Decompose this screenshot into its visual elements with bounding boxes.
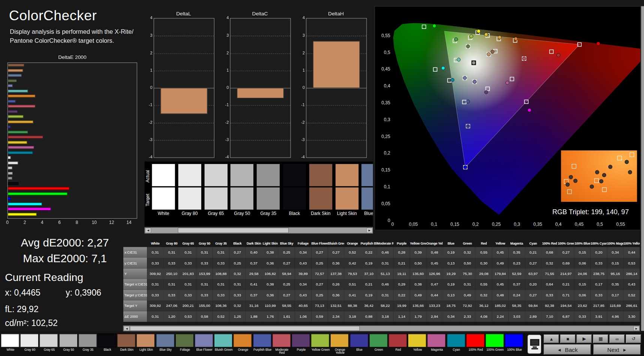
deltae-x-tick: 2 <box>24 220 26 225</box>
scroll-right-arrow[interactable]: ► <box>366 228 372 233</box>
patch-gray-35[interactable]: Gray 35 <box>257 164 280 216</box>
cie-measured-marker <box>487 53 490 56</box>
play-icon: ▶ <box>583 336 586 341</box>
display-pattern-button[interactable] <box>527 335 541 354</box>
cie-measured-marker <box>464 165 467 169</box>
table-cell: 0,49 <box>410 290 426 300</box>
target-swatch <box>231 188 253 210</box>
patch-dark-skin[interactable]: Dark Skin <box>309 164 332 216</box>
table-cell: 0,33 <box>213 258 229 268</box>
table-column-header: 100% Yellow <box>623 240 640 247</box>
deltae-bar-purplish-blue <box>8 100 15 103</box>
swatch-label: White <box>1 348 20 351</box>
table-cell: 0,32 <box>459 247 476 257</box>
table-cell: 0,48 <box>492 290 509 300</box>
table-cell: 137,38 <box>328 268 344 279</box>
table-cell: 0,33 <box>541 290 558 300</box>
actual-swatch <box>283 164 306 186</box>
table-cell: 72,92 <box>459 300 476 311</box>
table-cell: 126,96 <box>426 268 443 279</box>
vertical-scrollbar[interactable] <box>641 6 644 331</box>
swatch-color <box>253 334 271 347</box>
patch-gray-80[interactable]: Gray 80 <box>178 164 201 216</box>
table-cell: 75,30 <box>459 268 476 279</box>
table-row-label: Target y:CIE31 <box>123 290 147 300</box>
patch-blue-sky[interactable]: Blue Sky <box>362 164 373 216</box>
table-cell: 92,38 <box>541 300 558 311</box>
cie-measured-marker <box>466 100 470 103</box>
swatch-strip-scrollbar[interactable]: ◄► <box>145 227 373 233</box>
play-button[interactable]: ▶ <box>577 335 592 343</box>
scroll-up-button[interactable]: ▲ <box>544 335 559 343</box>
table-column-header: Gray 65 <box>180 240 196 247</box>
table-row-label: Target Y <box>123 300 147 311</box>
y-axis-tick-label: -2 <box>297 120 305 124</box>
stop-button[interactable]: ■ <box>560 335 575 343</box>
table-scrollbar[interactable]: ◄► <box>123 326 640 331</box>
scroll-left-arrow[interactable]: ◄ <box>124 326 130 331</box>
swatch-color <box>350 334 368 347</box>
table-cell: 0,47 <box>426 279 443 290</box>
swatch-label: Blue Flower <box>195 348 214 351</box>
scroll-thumb[interactable] <box>178 228 289 233</box>
table-row: Target x:CIE310,310,310,310,310,310,310,… <box>123 279 640 290</box>
scroll-thumb[interactable] <box>130 326 360 331</box>
swatch-label: 100% Red <box>466 348 485 351</box>
table-cell: 200,21 <box>180 300 196 311</box>
cie-measured-marker <box>477 30 480 33</box>
patch-gray-50[interactable]: Gray 50 <box>231 164 253 216</box>
table-cell: 31,16 <box>246 300 262 311</box>
patch-light-skin[interactable]: Light Skin <box>335 164 358 216</box>
table-column-header: Purple <box>394 240 410 247</box>
swatch-color <box>195 334 213 347</box>
scroll-right-arrow[interactable]: ► <box>634 326 640 331</box>
table-cell: 95,16 <box>607 268 623 279</box>
patch-label: Blue Sky <box>362 211 373 216</box>
cie-x-tick: 0,25 <box>492 222 501 227</box>
next-arrow-icon: ► <box>622 347 627 352</box>
table-cell: 155,00 <box>196 300 213 311</box>
deltah-chart-title: DeltaH <box>306 11 366 16</box>
table-cell: 0,50 <box>459 258 476 268</box>
patch-white[interactable]: White <box>152 164 175 216</box>
table-cell: 0,49 <box>459 290 476 300</box>
table-cell: 0,23 <box>508 258 525 268</box>
y-axis-tick-label: -2 <box>222 120 229 124</box>
patch-label: White <box>152 211 175 216</box>
back-button[interactable]: ◄ Back <box>544 344 591 354</box>
patch-gray-65[interactable]: Gray 65 <box>204 164 227 216</box>
cie-measured-marker <box>484 90 488 94</box>
scroll-left-arrow[interactable]: ◄ <box>145 228 151 233</box>
y-axis-tick-label: 4 <box>145 16 153 20</box>
table-cell: 1,76 <box>262 311 279 321</box>
deltae-bar-white <box>8 156 10 159</box>
table-cell: 115,69 <box>607 300 623 311</box>
table-cell: 0,33 <box>229 290 246 300</box>
table-row-label: ΔE 2000 <box>123 311 147 321</box>
table-cell: 0,31 <box>147 247 163 257</box>
table-cell: 0,44 <box>623 247 640 257</box>
patch-black[interactable]: Black <box>283 164 306 216</box>
swatch-color <box>98 334 116 347</box>
table-cell: 0,25 <box>279 279 295 290</box>
cie-measured-marker <box>491 50 494 53</box>
refresh-button[interactable]: ↺ <box>626 335 641 343</box>
back-button-label: Back <box>565 346 578 353</box>
table-row: Target y:CIE310,330,330,330,330,330,330,… <box>123 290 640 300</box>
table-column-header: Gray 80 <box>163 240 180 247</box>
table-cell: 0,15 <box>574 279 591 290</box>
actual-target-swatch-strip: ActualTargetWhiteGray 80Gray 65Gray 50Gr… <box>145 162 373 227</box>
next-button[interactable]: Next ► <box>593 344 641 354</box>
y-axis-tick-label: -4 <box>145 155 153 159</box>
table-cell: 0,36 <box>328 290 344 300</box>
table-cell: 0,25 <box>312 290 328 300</box>
swatch-color <box>272 334 291 347</box>
pattern-window-button[interactable]: ▦ <box>593 335 608 343</box>
deltae-bar-red <box>8 136 43 139</box>
table-corner-cell <box>123 240 147 247</box>
cie-measured-marker <box>466 125 470 128</box>
table-cell: 0,31 <box>180 279 196 290</box>
table-cell: 0,37 <box>508 279 525 290</box>
cie-measured-marker <box>457 58 460 61</box>
continuous-button[interactable]: ∞ <box>610 335 625 343</box>
